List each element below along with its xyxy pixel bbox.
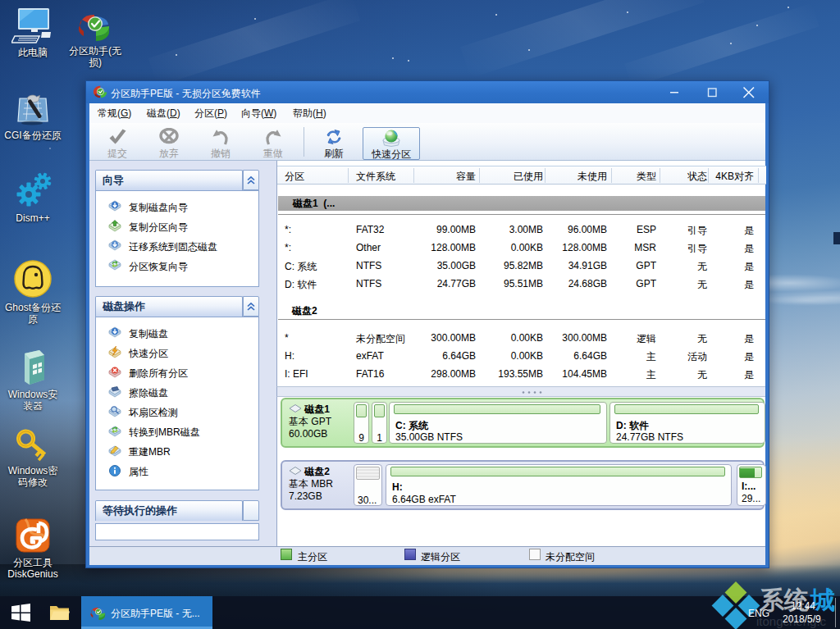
svg-text:城: 城	[809, 586, 835, 613]
svg-text:itongcheng.c: itongcheng.c	[756, 614, 827, 628]
svg-text:系统: 系统	[759, 586, 809, 613]
